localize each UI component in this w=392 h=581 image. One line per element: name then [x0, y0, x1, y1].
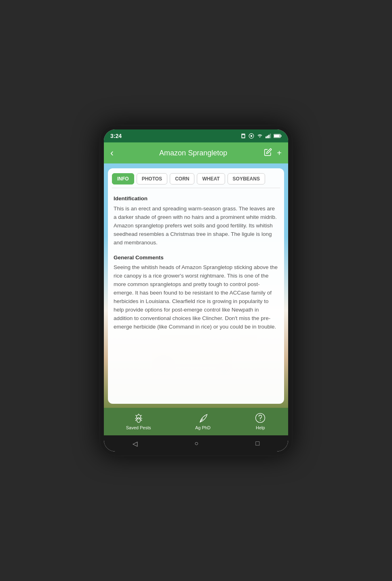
tab-info[interactable]: INFO	[112, 173, 134, 184]
content-card: INFO PHOTOS CORN WHEAT SOYBEANS Identifi…	[108, 168, 284, 404]
svg-point-3	[251, 135, 253, 137]
device-frame: 3:24 ‹ Amazon Sprangletop	[99, 125, 293, 456]
edit-button[interactable]	[264, 148, 272, 158]
svg-line-23	[135, 418, 137, 419]
wifi-icon	[257, 134, 263, 138]
add-button[interactable]: +	[277, 148, 282, 158]
section1-heading: Identification	[114, 195, 278, 203]
status-icons	[240, 133, 282, 139]
android-recent-button[interactable]: □	[256, 440, 260, 447]
android-nav: ◁ ○ □	[104, 435, 288, 452]
svg-rect-1	[242, 135, 244, 138]
section1-body: This is an erect and spreading warm-seas…	[114, 205, 278, 247]
page-title: Amazon Sprangletop	[122, 149, 264, 157]
nav-saved-pests[interactable]: Saved Pests	[126, 412, 151, 430]
svg-rect-9	[280, 135, 281, 137]
svg-line-22	[141, 415, 142, 416]
battery-icon	[274, 134, 282, 138]
svg-rect-6	[268, 135, 270, 138]
nav-saved-pests-label: Saved Pests	[126, 425, 151, 430]
nav-help[interactable]: Help	[255, 412, 266, 430]
nav-help-label: Help	[256, 425, 265, 430]
status-time: 3:24	[110, 133, 122, 139]
status-bar: 3:24	[104, 129, 288, 142]
nav-ag-phd[interactable]: Ag PhD	[195, 412, 211, 430]
help-icon	[255, 412, 266, 424]
android-home-button[interactable]: ○	[194, 440, 198, 447]
svg-point-29	[260, 420, 261, 421]
svg-rect-4	[266, 136, 267, 138]
tab-corn[interactable]: CORN	[170, 173, 194, 184]
svg-line-21	[135, 415, 137, 416]
leaf-icon	[197, 412, 209, 424]
section2-heading: General Comments	[114, 254, 278, 262]
device-screen: 3:24 ‹ Amazon Sprangletop	[104, 129, 288, 452]
content-area: INFO PHOTOS CORN WHEAT SOYBEANS Identifi…	[104, 163, 288, 408]
top-nav: ‹ Amazon Sprangletop +	[104, 142, 288, 163]
section2-body: Seeing the whitish heads of Amazon Spran…	[114, 263, 278, 331]
svg-line-24	[141, 418, 142, 419]
tab-photos[interactable]: PHOTOS	[137, 173, 167, 184]
sim-icon	[240, 133, 246, 139]
svg-line-26	[141, 420, 142, 421]
photo-icon	[249, 133, 254, 139]
tab-soybeans[interactable]: SOYBEANS	[228, 173, 265, 184]
bottom-nav: Saved Pests Ag PhD Help	[104, 408, 288, 435]
nav-ag-phd-label: Ag PhD	[195, 425, 211, 430]
back-button[interactable]: ‹	[110, 147, 122, 159]
bug-icon	[133, 412, 144, 424]
tab-wheat[interactable]: WHEAT	[197, 173, 225, 184]
svg-point-27	[137, 418, 140, 422]
tab-bar: INFO PHOTOS CORN WHEAT SOYBEANS	[108, 168, 284, 188]
signal-icon	[266, 134, 271, 138]
android-back-button[interactable]: ◁	[133, 440, 137, 447]
svg-line-25	[135, 420, 137, 421]
svg-rect-5	[267, 136, 268, 138]
svg-rect-10	[274, 135, 280, 137]
text-content: Identification This is an erect and spre…	[108, 188, 284, 404]
nav-actions: +	[264, 148, 282, 158]
svg-rect-7	[270, 134, 271, 138]
